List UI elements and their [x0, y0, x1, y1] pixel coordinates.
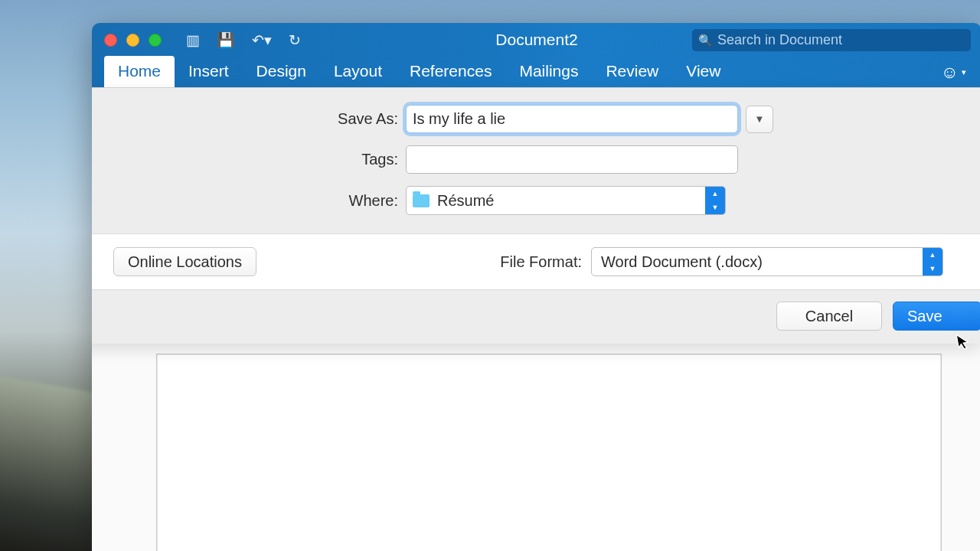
save-dialog: Save As: ▼ Tags: Where: Résumé: [92, 87, 980, 344]
document-title: Document2: [495, 31, 577, 49]
online-locations-button[interactable]: Online Locations: [113, 247, 256, 276]
tags-input[interactable]: [406, 145, 738, 174]
tab-view[interactable]: View: [672, 56, 734, 87]
window-controls: [104, 34, 162, 47]
chevron-down-icon: ▼: [755, 113, 765, 125]
zoom-window-button[interactable]: [149, 34, 162, 47]
tab-references[interactable]: References: [396, 56, 505, 87]
undo-icon[interactable]: ↶▾: [252, 33, 272, 47]
where-label: Where:: [106, 192, 406, 210]
caret-up-icon: ▲: [705, 187, 725, 201]
emoji-menu-button[interactable]: ☺ ▾: [936, 57, 971, 87]
saveas-label: Save As:: [106, 110, 406, 128]
file-format-value: Word Document (.docx): [592, 253, 923, 271]
tags-label: Tags:: [106, 151, 406, 168]
word-window: ▥ 💾 ↶▾ ↻ Document2 🔍 Search in Document …: [92, 23, 980, 551]
document-page[interactable]: [156, 354, 942, 551]
search-placeholder: Search in Document: [717, 32, 842, 48]
caret-down-icon: ▼: [923, 262, 942, 276]
search-box[interactable]: 🔍 Search in Document: [692, 29, 971, 51]
file-format-select[interactable]: Word Document (.docx) ▲ ▼: [591, 247, 943, 276]
caret-down-icon: ▼: [705, 201, 725, 214]
saveas-input[interactable]: [406, 105, 738, 133]
file-format-stepper[interactable]: ▲ ▼: [923, 248, 942, 276]
minimize-window-button[interactable]: [126, 34, 139, 47]
tab-review[interactable]: Review: [592, 56, 672, 87]
tab-insert[interactable]: Insert: [175, 56, 243, 87]
where-stepper[interactable]: ▲ ▼: [705, 187, 725, 214]
tab-design[interactable]: Design: [243, 56, 320, 87]
expand-dialog-button[interactable]: ▼: [746, 106, 773, 133]
close-window-button[interactable]: [104, 34, 117, 47]
ribbon-tabs: Home Insert Design Layout References Mai…: [92, 57, 980, 87]
tab-home[interactable]: Home: [104, 56, 175, 87]
save-icon[interactable]: 💾: [217, 33, 235, 47]
quick-access-toolbar: ▥ 💾 ↶▾ ↻: [186, 33, 301, 47]
caret-up-icon: ▲: [923, 248, 942, 262]
tab-layout[interactable]: Layout: [320, 56, 396, 87]
title-bar: ▥ 💾 ↶▾ ↻ Document2 🔍 Search in Document …: [92, 23, 980, 87]
redo-icon[interactable]: ↻: [289, 33, 301, 47]
where-select[interactable]: Résumé ▲ ▼: [406, 186, 726, 215]
sidebar-toggle-icon[interactable]: ▥: [186, 33, 200, 47]
file-format-label: File Format:: [500, 253, 582, 271]
format-bar: Online Locations File Format: Word Docum…: [92, 233, 980, 290]
search-icon: 🔍: [698, 34, 713, 47]
tab-mailings[interactable]: Mailings: [505, 56, 592, 87]
dialog-actions: Cancel Save: [92, 290, 980, 344]
folder-icon: [413, 194, 430, 207]
save-button[interactable]: Save: [893, 302, 980, 331]
where-value: Résumé: [437, 192, 494, 210]
cancel-button[interactable]: Cancel: [776, 302, 882, 331]
